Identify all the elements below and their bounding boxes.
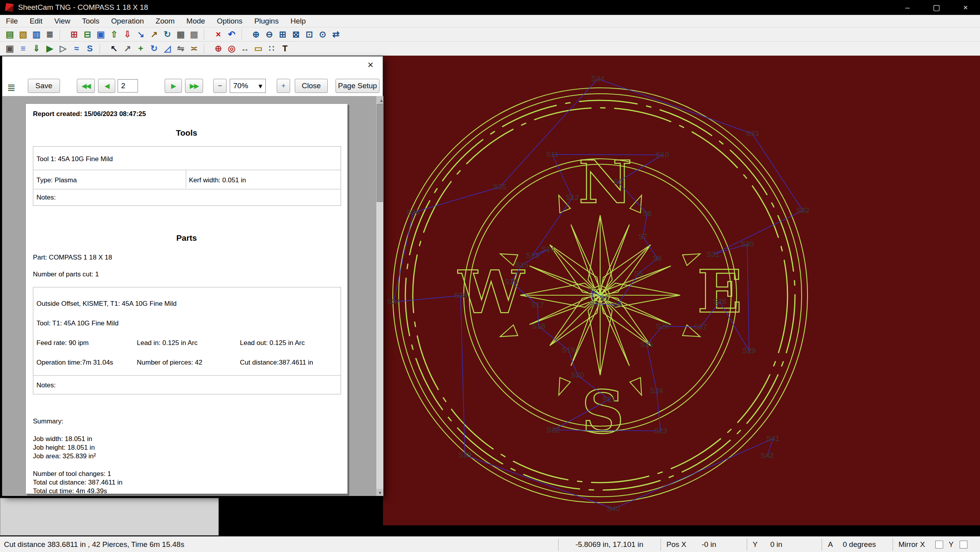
mirror-entity-icon[interactable]: ⇋ [175,43,187,54]
status-pos-x-label: Pos X [666,537,686,552]
status-y-value: 0 in [770,537,782,552]
layers-icon[interactable]: ≡ [17,43,29,54]
drawing-canvas[interactable]: NESW S1S2S3S4S5S6S7S8S9S10S11S12S13S14S1… [383,56,980,525]
part-down-icon[interactable]: ⇩ [122,29,133,40]
spline-tool-icon[interactable]: S [84,43,96,54]
tools-heading: Tools [26,128,347,138]
menu-item-file[interactable]: File [0,15,24,27]
rotate-entity-icon[interactable]: ↻ [148,43,160,54]
maximize-button[interactable]: ▢ [922,0,951,15]
scale-entity-icon[interactable]: ◿ [162,43,173,54]
import-part-icon[interactable]: ↘ [135,29,147,40]
zoom-material-icon[interactable]: ⊙ [317,29,328,40]
pierce-label-s5: S5 [634,269,643,278]
move-entity-icon[interactable]: + [135,43,147,54]
menu-item-tools[interactable]: Tools [76,15,105,27]
zoom-extents-icon[interactable]: ⊠ [290,29,302,40]
job-height-line: Job height: 18.051 in [33,444,95,452]
job-area-line: Job area: 325.839 in² [33,452,96,460]
pierce-label-s30: S30 [740,240,754,249]
zoom-window-icon[interactable]: ⊞ [277,29,289,40]
duplicate-part-icon[interactable]: ▣ [95,29,107,40]
zoom-drawing-icon[interactable]: ⊡ [303,29,315,40]
pierce-label-s14: S14 [541,245,555,254]
pierce-label-s17: S17 [531,301,544,309]
machine-setup-icon[interactable]: ▣ [4,43,16,54]
last-page-button[interactable]: ▶▶ [185,79,203,93]
pierce-label-s9: S9 [613,178,622,186]
snap-grid-icon[interactable]: ∷ [266,43,278,54]
status-cursor-coords: -5.8069 in, 17.101 in [558,537,661,552]
menu-item-options[interactable]: Options [211,15,248,27]
text-tool-icon[interactable]: T [279,43,291,54]
pierce-label-s29: S29 [742,347,756,355]
menu-item-zoom[interactable]: Zoom [150,15,181,27]
run-post-icon[interactable]: ▶ [44,43,56,54]
page-number-input[interactable] [118,79,138,93]
set-origin-icon[interactable]: ⊕ [212,43,224,54]
undo-icon[interactable]: ↶ [226,29,238,40]
first-page-button[interactable]: ◀◀ [77,79,95,93]
report-page: Report created: 15/06/2023 08:47:25 Tool… [25,104,348,494]
zoom-select[interactable]: 70% ▾ [230,79,266,93]
menu-item-help[interactable]: Help [285,15,312,27]
pierce-label-s8: S8 [642,209,652,218]
menu-item-view[interactable]: View [48,15,76,27]
status-mirror-label: Mirror X [898,537,925,552]
new-part-icon[interactable]: ⊞ [68,29,80,40]
minimize-button[interactable]: – [893,0,922,15]
ruler-icon[interactable]: ▭ [252,43,264,54]
status-mirror-y-label: Y [949,537,954,552]
mirror-y-checkbox[interactable] [960,541,967,548]
menu-item-edit[interactable]: Edit [24,15,49,27]
pierce-label-s23: S23 [654,427,667,435]
array-parts-icon[interactable]: ▩ [188,29,200,40]
part-up-icon[interactable]: ⇧ [108,29,120,40]
edit-part-icon[interactable]: ⊟ [82,29,93,40]
next-page-button[interactable]: ▶ [165,79,182,93]
save-button[interactable]: Save [28,79,60,93]
menu-item-operation[interactable]: Operation [105,15,150,27]
show-toolpaths-icon[interactable]: ≈ [71,43,82,54]
prev-page-button[interactable]: ◀ [98,79,115,93]
measure-icon[interactable]: ↔ [239,43,251,54]
open-job-icon[interactable]: ▧ [17,29,29,40]
pierce-label-s38: S38 [454,291,467,300]
preview-client-area: Report created: 15/06/2023 08:47:25 Tool… [2,96,383,496]
close-button[interactable]: × [951,0,980,15]
lead-out-cell: Lead out: 0.125 in Arc [240,339,305,347]
select-arrow-icon[interactable]: ↖ [108,43,120,54]
page-setup-button[interactable]: Page Setup [336,79,379,93]
scrollbar-thumb[interactable] [377,104,383,202]
save-job-icon[interactable]: ▥ [31,29,42,40]
preview-scrollbar[interactable]: ▲ ▼ [376,96,383,496]
toolbar-separator [100,44,105,54]
dialog-close-icon[interactable]: × [364,58,377,71]
report-print-icon[interactable]: ≣ [4,80,19,95]
tools-table: Tool 1: 45A 10G Fine Mild Type: Plasma K… [33,146,341,206]
menu-item-mode[interactable]: Mode [181,15,211,27]
select-contour-icon[interactable]: ↗ [122,43,133,54]
delete-operations-icon[interactable]: × [212,29,224,40]
reload-part-icon[interactable]: ↻ [162,29,173,40]
nest-parts-icon[interactable]: ▦ [175,29,187,40]
zoom-out-button[interactable]: − [213,79,227,93]
zoom-in-button[interactable]: + [277,79,290,93]
new-job-icon[interactable]: ▤ [4,29,16,40]
lead-in-cell: Lead in: 0.125 in Arc [137,339,198,347]
mirror-x-checkbox[interactable] [935,541,943,548]
operation-name-cell: Outside Offset, KISMET, T1: 45A 10G Fine… [36,300,176,308]
print-icon[interactable]: ≣ [44,29,56,40]
export-part-icon[interactable]: ↗ [148,29,160,40]
status-y-label: Y [753,537,758,552]
close-preview-button[interactable]: Close [295,79,328,93]
menu-item-plugins[interactable]: Plugins [249,15,285,27]
post-processor-icon[interactable]: ⇓ [31,43,42,54]
simulate-icon[interactable]: ▷ [57,43,69,54]
pierce-label-s26: S26 [656,322,669,330]
pan-icon[interactable]: ⇄ [330,29,342,40]
align-parts-icon[interactable]: ≍ [188,43,200,54]
zoom-in-icon[interactable]: ⊕ [250,29,262,40]
zoom-out-icon[interactable]: ⊖ [263,29,275,40]
position-indicator-icon[interactable]: ◎ [226,43,238,54]
